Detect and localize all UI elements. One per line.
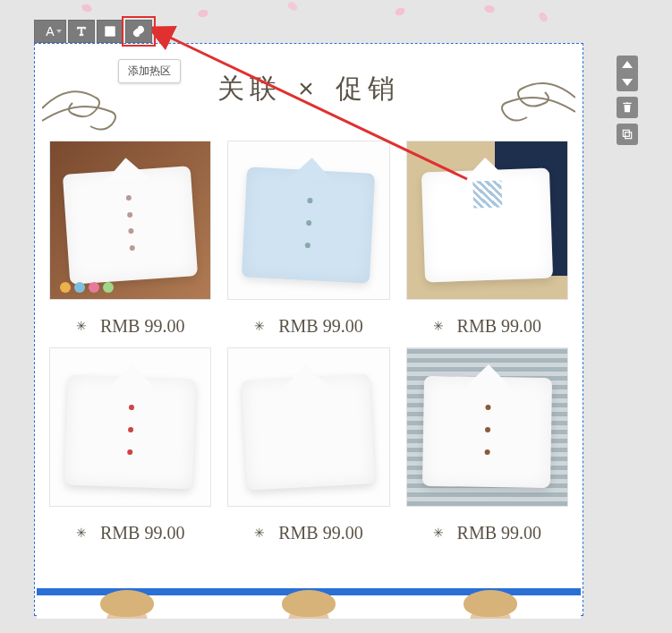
copy-button[interactable]: [617, 124, 638, 145]
product-image: [49, 141, 211, 300]
product-card[interactable]: ✳ RMB 99.00: [406, 141, 568, 337]
side-actions: [617, 56, 638, 145]
bullet-icon: ✳: [254, 526, 265, 540]
product-price: ✳ RMB 99.00: [433, 523, 541, 543]
product-image: [227, 347, 389, 507]
ornament-left: [42, 81, 185, 135]
product-image: [406, 347, 568, 507]
model-thumb: [268, 595, 349, 619]
product-price: ✳ RMB 99.00: [254, 316, 362, 337]
section-title: 关联 × 促销: [217, 71, 400, 107]
title-sep: ×: [298, 73, 319, 103]
editable-section[interactable]: 关联 × 促销 ✳ R: [34, 43, 583, 616]
link-icon: [132, 24, 146, 38]
price-value: 99.00: [323, 523, 363, 543]
arrow-up-icon: [622, 61, 633, 70]
product-image: [49, 347, 211, 507]
currency: RMB: [278, 523, 318, 543]
product-card[interactable]: ✳ RMB 99.00: [49, 141, 211, 337]
price-value: 99.00: [144, 316, 184, 336]
currency: RMB: [457, 523, 497, 543]
price-value: 99.00: [501, 316, 541, 336]
product-price: ✳ RMB 99.00: [76, 316, 184, 337]
bullet-icon: ✳: [433, 320, 444, 333]
move-up-button[interactable]: [617, 57, 638, 73]
product-price: ✳ RMB 99.00: [76, 523, 184, 543]
hotspot-link-tool[interactable]: [125, 20, 152, 43]
move-down-button[interactable]: [617, 73, 638, 90]
bullet-icon: ✳: [76, 526, 87, 540]
currency: RMB: [457, 316, 497, 336]
ornament-right: [432, 71, 575, 124]
copy-icon: [621, 128, 634, 141]
text-icon: [74, 24, 89, 38]
text-insert-tool[interactable]: [68, 20, 95, 43]
currency: RMB: [278, 316, 318, 336]
product-image: [406, 141, 568, 300]
decorative-candies: [60, 282, 114, 293]
product-card[interactable]: ✳ RMB 99.00: [227, 141, 389, 337]
arrow-down-icon: [622, 77, 633, 86]
bullet-icon: ✳: [254, 320, 265, 333]
hotspot-tooltip: 添加热区: [118, 59, 181, 83]
product-grid: ✳ RMB 99.00 ✳ RMB 99.00: [35, 133, 583, 558]
product-card[interactable]: ✳ RMB 99.00: [49, 347, 211, 543]
price-value: 99.00: [323, 316, 363, 336]
svg-rect-1: [625, 133, 632, 139]
image-icon: [103, 24, 117, 38]
currency: RMB: [100, 523, 140, 543]
trash-icon: [621, 101, 634, 114]
image-insert-tool[interactable]: [97, 20, 123, 43]
price-value: 99.00: [501, 523, 541, 543]
product-price: ✳ RMB 99.00: [254, 523, 362, 543]
currency: RMB: [100, 316, 140, 336]
product-image: [227, 141, 389, 300]
delete-button[interactable]: [617, 97, 638, 118]
model-row: [37, 595, 581, 619]
reorder-group: [617, 56, 638, 91]
bullet-icon: ✳: [433, 526, 444, 540]
product-card[interactable]: ✳ RMB 99.00: [227, 347, 389, 543]
editor-toolbar: A: [34, 20, 152, 43]
svg-rect-2: [623, 130, 629, 136]
next-section-peek: ≡: [37, 588, 581, 615]
text-style-tool[interactable]: A: [34, 20, 66, 43]
product-price: ✳ RMB 99.00: [433, 316, 541, 337]
text-style-label: A: [46, 24, 54, 38]
hotspot-tooltip-text: 添加热区: [128, 64, 171, 77]
price-value: 99.00: [144, 523, 184, 543]
bullet-icon: ✳: [76, 320, 87, 333]
product-card[interactable]: ✳ RMB 99.00: [406, 347, 568, 543]
title-left: 关联: [217, 73, 282, 103]
model-thumb: [450, 595, 531, 619]
model-thumb: [87, 595, 167, 619]
title-right: 促销: [336, 73, 400, 103]
section-header: 关联 × 促销: [35, 44, 583, 133]
